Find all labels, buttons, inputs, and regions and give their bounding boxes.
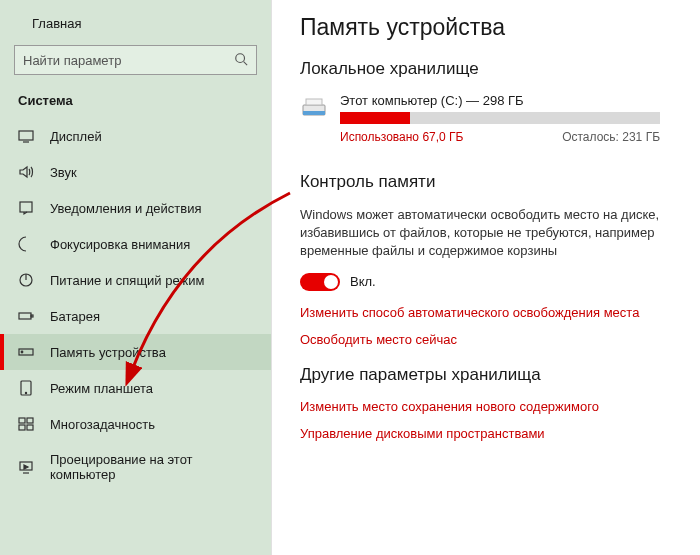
search-input[interactable]: Найти параметр xyxy=(14,45,257,75)
project-icon xyxy=(18,459,34,475)
sidebar-item-label: Дисплей xyxy=(50,129,102,144)
sound-icon xyxy=(18,164,34,180)
sidebar-item-battery[interactable]: Батарея xyxy=(0,298,271,334)
svg-rect-2 xyxy=(19,131,33,140)
battery-icon xyxy=(18,308,34,324)
svg-point-12 xyxy=(25,392,26,393)
home-nav[interactable]: Главная xyxy=(0,10,271,41)
drive-icon xyxy=(300,93,328,121)
sidebar-item-label: Батарея xyxy=(50,309,100,324)
home-label: Главная xyxy=(32,16,81,31)
sidebar-item-projecting[interactable]: Проецирование на этот компьютер xyxy=(0,442,271,492)
svg-rect-15 xyxy=(19,425,25,430)
storage-sense-toggle[interactable] xyxy=(300,273,340,291)
svg-rect-7 xyxy=(19,313,31,319)
storage-bar-fill xyxy=(340,112,410,124)
svg-rect-16 xyxy=(27,425,33,430)
svg-point-10 xyxy=(21,351,23,353)
link-change-auto-free[interactable]: Изменить способ автоматического освобожд… xyxy=(300,305,682,320)
sidebar-section-title: Система xyxy=(0,89,271,118)
other-storage-heading: Другие параметры хранилища xyxy=(300,365,682,385)
notify-icon xyxy=(18,200,34,216)
sidebar-item-label: Фокусировка внимания xyxy=(50,237,190,252)
used-label: Использовано 67,0 ГБ xyxy=(340,130,463,144)
svg-rect-8 xyxy=(31,315,33,317)
sidebar-item-tablet[interactable]: Режим планшета xyxy=(0,370,271,406)
sidebar-item-focus[interactable]: Фокусировка внимания xyxy=(0,226,271,262)
toggle-label: Вкл. xyxy=(350,274,376,289)
sidebar-item-sound[interactable]: Звук xyxy=(0,154,271,190)
search-icon xyxy=(234,52,248,69)
display-icon xyxy=(18,128,34,144)
storage-sense-description: Windows может автоматически освободить м… xyxy=(300,206,680,261)
drive-name: Этот компьютер (C:) — 298 ГБ xyxy=(340,93,682,108)
storage-sense-toggle-row: Вкл. xyxy=(300,273,682,291)
sidebar-item-notifications[interactable]: Уведомления и действия xyxy=(0,190,271,226)
sidebar-item-label: Режим планшета xyxy=(50,381,153,396)
storage-bar xyxy=(340,112,660,124)
power-icon xyxy=(18,272,34,288)
link-change-save-location[interactable]: Изменить место сохранения нового содержи… xyxy=(300,399,682,414)
tablet-icon xyxy=(18,380,34,396)
page-title: Память устройства xyxy=(300,14,682,41)
sidebar-item-label: Питание и спящий режим xyxy=(50,273,204,288)
multitask-icon xyxy=(18,416,34,432)
sidebar: Главная Найти параметр Система Дисплей З… xyxy=(0,0,272,555)
svg-rect-14 xyxy=(27,418,33,423)
content-pane: Память устройства Локальное хранилище Эт… xyxy=(272,0,700,555)
svg-rect-13 xyxy=(19,418,25,423)
sidebar-item-multitask[interactable]: Многозадачность xyxy=(0,406,271,442)
sidebar-item-label: Проецирование на этот компьютер xyxy=(50,452,253,482)
search-placeholder: Найти параметр xyxy=(23,53,121,68)
storage-sense-heading: Контроль памяти xyxy=(300,172,682,192)
link-manage-storage-spaces[interactable]: Управление дисковыми пространствами xyxy=(300,426,682,441)
link-free-now[interactable]: Освободить место сейчас xyxy=(300,332,682,347)
sidebar-item-display[interactable]: Дисплей xyxy=(0,118,271,154)
drive-stats: Использовано 67,0 ГБ Осталось: 231 ГБ xyxy=(340,130,660,144)
sidebar-item-label: Многозадачность xyxy=(50,417,155,432)
sidebar-item-storage[interactable]: Память устройства xyxy=(0,334,271,370)
sidebar-item-label: Память устройства xyxy=(50,345,166,360)
svg-rect-20 xyxy=(306,99,322,105)
drive-block[interactable]: Этот компьютер (C:) — 298 ГБ Использован… xyxy=(300,93,682,144)
drive-info: Этот компьютер (C:) — 298 ГБ Использован… xyxy=(340,93,682,144)
focus-icon xyxy=(18,236,34,252)
local-storage-heading: Локальное хранилище xyxy=(300,59,682,79)
svg-line-1 xyxy=(244,61,248,65)
remain-label: Осталось: 231 ГБ xyxy=(562,130,660,144)
sidebar-item-power[interactable]: Питание и спящий режим xyxy=(0,262,271,298)
svg-point-0 xyxy=(236,53,245,62)
storage-icon xyxy=(18,344,34,360)
svg-rect-19 xyxy=(303,111,325,115)
sidebar-item-label: Звук xyxy=(50,165,77,180)
svg-rect-4 xyxy=(20,202,32,212)
sidebar-item-label: Уведомления и действия xyxy=(50,201,202,216)
